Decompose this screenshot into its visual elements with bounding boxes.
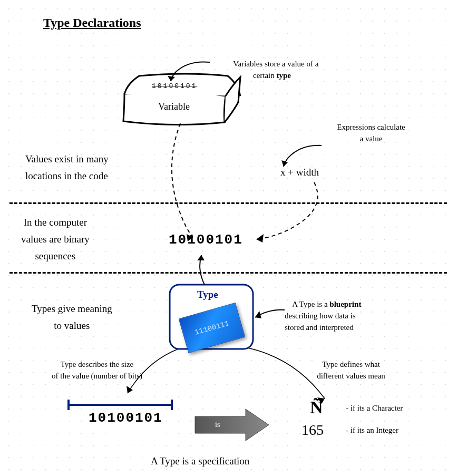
annot-variable-bold: type bbox=[277, 71, 291, 80]
annot-expression: Expressions calculate a value bbox=[318, 121, 424, 144]
annot-blueprint-b: describing how data is stored and interp… bbox=[285, 312, 356, 332]
expression-text: x + width bbox=[280, 167, 319, 178]
footer: A Type is a specification bbox=[151, 455, 249, 467]
annot-blueprint-a: A Type is a bbox=[292, 300, 329, 308]
blueprint-chip: 11100111 bbox=[179, 303, 245, 353]
binary-in-box: 10100101 bbox=[152, 82, 197, 90]
binary-bottom: 10100101 bbox=[89, 410, 163, 426]
int-value: 165 bbox=[302, 422, 324, 439]
char-glyph: Ñ bbox=[310, 397, 323, 417]
annot-variable: Variables store a value of a certain typ… bbox=[203, 46, 341, 93]
is-label: is bbox=[215, 421, 220, 429]
annot-meaning: Type defines what different values mean bbox=[293, 358, 409, 382]
body-binary: In the computer values are binary sequen… bbox=[21, 214, 90, 265]
blueprint-chip-text: 11100111 bbox=[193, 319, 230, 337]
divider-1 bbox=[9, 202, 447, 204]
annot-blueprint-bold: blueprint bbox=[329, 300, 361, 308]
annot-size: Type describes the size of the value (nu… bbox=[28, 358, 166, 382]
body-types-meaning: Types give meaning to values bbox=[32, 300, 112, 334]
annot-variable-text: Variables store a value of a certain bbox=[233, 60, 318, 80]
annot-blueprint: A Type is a blueprint describing how dat… bbox=[285, 287, 411, 345]
type-label: Type bbox=[197, 289, 218, 300]
variable-label: Variable bbox=[158, 101, 190, 112]
page-title: Type Declarations bbox=[43, 16, 141, 30]
divider-2 bbox=[9, 272, 447, 274]
body-values-locations: Values exist in many locations in the co… bbox=[25, 151, 109, 184]
binary-center: 10100101 bbox=[169, 232, 243, 248]
if-char: - if its a Character bbox=[346, 404, 403, 413]
diagram-canvas: Type Declarations Variables store a valu… bbox=[0, 0, 457, 476]
if-int: - if its an Integer bbox=[346, 426, 398, 435]
